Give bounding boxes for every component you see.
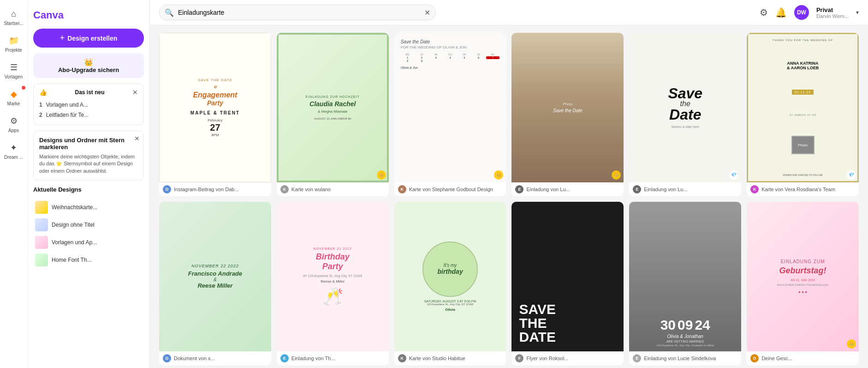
- template-card-engagement[interactable]: Save The Date ✿ Engagement Party MAPLE &…: [159, 33, 271, 196]
- recent-label-4: Home Font Th...: [52, 257, 91, 263]
- creator-name-11: Einladung von Lucie Sindelkova: [644, 356, 716, 361]
- sidebar-item-projects[interactable]: 📁 Projekte: [1, 31, 26, 56]
- creator-avatar-2: K: [280, 185, 289, 193]
- recent-design-4[interactable]: Home Font Th...: [33, 251, 144, 269]
- template-card-photo-couple[interactable]: Photo Save the Date 👑 E Einladung von Lu…: [511, 33, 624, 196]
- folder-icon: 📁: [8, 35, 19, 46]
- sidebar-item-apps[interactable]: ⚙ Apps: [1, 112, 26, 137]
- card-info-photo: E Einladung von Lu...: [511, 182, 624, 196]
- card-info-cocktail: K Karte von Studio Habitue: [394, 351, 506, 365]
- creator-name-4: Einladung von Lu...: [526, 187, 570, 192]
- recent-thumb-3: [35, 236, 48, 249]
- creator-avatar-7: D: [163, 354, 171, 362]
- whats-new-box: 👍 Das ist neu ✕ 1 Vorlagen und A... 2 Le…: [33, 84, 144, 125]
- notification-dot: [22, 86, 25, 90]
- recent-label-1: Weihnachtskarte...: [52, 204, 97, 211]
- creator-avatar-5: E: [633, 185, 641, 193]
- creator-name-7: Dokument von x...: [174, 356, 215, 361]
- sidebar-dreams-label: Dream ...: [4, 155, 23, 160]
- creator-name-8: Einladung von Th...: [291, 356, 335, 361]
- diamond-badge-5: 💎: [729, 170, 738, 180]
- template-card-einladung-geburtstag[interactable]: EINLADUNG ZUM Geburtstag! AN 01. MAI 202…: [747, 202, 859, 365]
- header-right: ⚙ 🔔 DW Privat Darvin Wern... ▾: [760, 5, 859, 20]
- crown-badge-4: 👑: [612, 170, 621, 180]
- sidebar-projects-label: Projekte: [5, 48, 22, 53]
- template-card-save-black[interactable]: SAVE THE DATE F Flyer von Roksol...: [511, 202, 624, 365]
- star-box-text: Markiere deine wichtigsten Objekte, inde…: [39, 153, 138, 175]
- template-card-passport[interactable]: THANK YOU FOR THE WEDDING OF ANNA KATRIN…: [747, 33, 859, 196]
- card-info-engagement: D Instagram-Beitrag von Dab...: [159, 182, 271, 196]
- creator-name-6: Karte von Vera Rosdiana's Team: [761, 187, 835, 192]
- creator-avatar-10: F: [515, 354, 523, 362]
- template-card-floral[interactable]: Einladung zur Hochzeit Claudia Rachel & …: [277, 33, 389, 196]
- user-name: Privat: [816, 6, 849, 13]
- create-design-label: Design erstellen: [67, 35, 117, 42]
- recent-thumb-4: [35, 253, 48, 266]
- user-info: Privat Darvin Wern...: [816, 6, 849, 19]
- upgrade-title: Abo-Upgrade sichern: [39, 66, 138, 73]
- search-clear-button[interactable]: ✕: [424, 8, 430, 17]
- creator-avatar-1: D: [163, 185, 171, 193]
- upgrade-box[interactable]: 👑 Abo-Upgrade sichern: [33, 53, 144, 78]
- star-box-title: Designs und Ordner mit Stern markieren: [39, 137, 138, 151]
- search-icon: 🔍: [165, 8, 174, 17]
- user-avatar[interactable]: DW: [794, 5, 809, 20]
- whats-new-item-1[interactable]: 1 Vorlagen und A...: [39, 100, 138, 110]
- recent-thumb-1: [35, 201, 48, 214]
- sidebar-brand-label: Marke: [7, 101, 20, 106]
- star-box-close[interactable]: ✕: [134, 135, 140, 142]
- card-info-birthday: E Einladung von Th...: [277, 351, 389, 365]
- diamond-badge-6: 💎: [847, 170, 856, 180]
- template-card-wedding-numbers[interactable]: 30 09 24 Olivia & Jonathan ARE GETTING M…: [629, 202, 741, 365]
- notification-icon[interactable]: 🔔: [775, 7, 787, 18]
- aktuelle-designs-title: Aktuelle Designs: [33, 186, 144, 193]
- template-grid: Save The Date ✿ Engagement Party MAPLE &…: [150, 25, 868, 368]
- recent-design-1[interactable]: Weihnachtskarte...: [33, 199, 144, 216]
- create-design-button[interactable]: + Design erstellen: [33, 29, 144, 48]
- sidebar-home-label: Startsei...: [4, 21, 23, 26]
- dreams-icon: ✦: [8, 142, 19, 153]
- card-info-einladung-geburtstag: D Deine Gesc...: [747, 351, 859, 365]
- recent-design-2[interactable]: Design ohne Titel: [33, 216, 144, 234]
- search-bar: 🔍 ✕: [159, 5, 436, 20]
- card-info-wedding-numbers: E Einladung von Lucie Sindelkova: [629, 351, 741, 365]
- creator-name-9: Karte von Studio Habitue: [409, 356, 465, 361]
- template-card-botanical[interactable]: NOVEMBER 22 2022 Francisco Andrade & Ree…: [159, 202, 271, 365]
- recent-label-3: Vorlagen und Ap...: [52, 239, 97, 246]
- settings-icon[interactable]: ⚙: [760, 7, 768, 18]
- search-input[interactable]: [159, 5, 436, 20]
- crown-badge-12: 👑: [847, 339, 856, 349]
- card-info-script: E Einladung von Lu...: [629, 182, 741, 196]
- brand-icon: ◆: [8, 89, 19, 100]
- template-card-cocktail[interactable]: It's my birthday SATURDAY, AUGUST 3 AT 5…: [394, 202, 506, 365]
- whats-new-title: Das ist neu: [75, 89, 104, 96]
- creator-avatar-3: K: [398, 185, 406, 193]
- sidebar-item-dreams[interactable]: ✦ Dream ...: [1, 139, 26, 163]
- creator-avatar-8: E: [280, 354, 289, 362]
- recent-label-2: Design ohne Titel: [52, 222, 95, 228]
- whats-new-item-2[interactable]: 2 Leitfaden für Te...: [39, 110, 138, 120]
- plus-icon: +: [60, 33, 65, 43]
- sidebar-apps-label: Apps: [8, 128, 19, 133]
- user-account: Darvin Wern...: [816, 13, 849, 19]
- template-card-save-cal[interactable]: Save the Date FOR THE WEDDING OF OLIVIA …: [394, 33, 506, 196]
- aktuelle-designs-list: Weihnachtskarte... Design ohne Titel Vor…: [33, 199, 144, 269]
- creator-avatar-6: K: [750, 185, 759, 193]
- apps-icon: ⚙: [8, 115, 19, 127]
- template-card-birthday[interactable]: NOVEMBER 22 2022 Birthday Party AT 123 A…: [277, 202, 389, 365]
- recent-design-3[interactable]: Vorlagen und Ap...: [33, 234, 144, 251]
- creator-avatar-4: E: [515, 185, 523, 193]
- sidebar-item-brand[interactable]: ◆ Marke: [1, 85, 26, 110]
- whats-new-close[interactable]: ✕: [132, 89, 138, 96]
- creator-name-1: Instagram-Beitrag von Dab...: [174, 187, 239, 192]
- crown-badge-2: 👑: [377, 170, 386, 180]
- sidebar-item-home[interactable]: ⌂ Startsei...: [1, 5, 26, 30]
- template-card-save-script[interactable]: Save the Date Names & date here 💎 E Einl…: [629, 33, 741, 196]
- home-icon: ⌂: [8, 8, 19, 19]
- canva-logo: Canva: [33, 6, 144, 23]
- header: 🔍 ✕ ⚙ 🔔 DW Privat Darvin Wern... ▾: [150, 0, 868, 25]
- creator-name-3: Karte von Stephanie Godbout Design: [409, 187, 493, 192]
- card-info-save-cal: K Karte von Stephanie Godbout Design: [394, 182, 506, 196]
- sidebar-item-templates[interactable]: ☰ Vorlagen: [1, 58, 26, 83]
- user-dropdown-icon[interactable]: ▾: [856, 9, 859, 16]
